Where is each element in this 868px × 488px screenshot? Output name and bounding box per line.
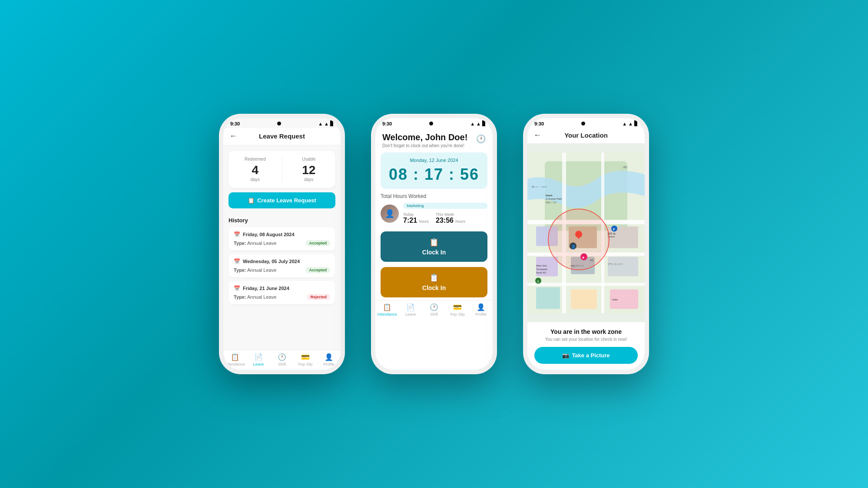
svg-text:Ishise: Ishise: [612, 298, 618, 301]
svg-text:45: 45: [590, 258, 593, 262]
history-title: History: [229, 217, 335, 224]
status-badge-3: Rejected: [307, 294, 330, 300]
payslip-icon-c: 💳: [453, 303, 462, 311]
date-label: Monday, 12 June 2024: [386, 158, 482, 163]
nav-profile[interactable]: 👤 Profile: [317, 353, 341, 366]
clock-out-button[interactable]: 📋 Clock In: [381, 267, 487, 297]
svg-rect-11: [608, 257, 638, 277]
nav-profile-label-c: Profile: [475, 312, 487, 317]
redeemed-label: Redeemed: [229, 157, 282, 162]
svg-text:和泉二丁目: 和泉二丁目: [546, 201, 557, 204]
leave-header: ← Leave Request: [223, 128, 341, 145]
wifi-icon-r: ▲: [628, 121, 633, 126]
history-card-3: 📅 Friday, 21 June 2024 Type: Annual Leav…: [229, 281, 335, 304]
week-value: 23:56: [436, 217, 454, 224]
nav-payslip-c[interactable]: 💳 Pay Slip: [446, 303, 469, 317]
welcome-text: Welcome, John Doe!: [382, 132, 467, 142]
usable-label: Usable: [282, 157, 336, 162]
history-card-1: 📅 Friday, 08 August 2024 Type: Annual Le…: [229, 227, 335, 251]
nav-shift-c[interactable]: 🕐 Shift: [422, 303, 446, 317]
history-card-2: 📅 Wednesday, 05 July 2024 Type: Annual L…: [229, 254, 335, 277]
status-bar-left: 9:30 ▲ ▲ ▊: [223, 118, 341, 128]
map-container[interactable]: Izumi 2-chome Park 和泉二丁目 ECC Ju Chome Ni…: [527, 144, 645, 322]
usable-stat: Usable 12 days: [282, 157, 336, 182]
nav-shift-label-c: Shift: [430, 312, 438, 317]
history-btn[interactable]: 🕐: [476, 134, 486, 144]
signal-icon-c: ▲: [470, 121, 475, 126]
history-type-1: Type: Annual Leave: [234, 241, 276, 246]
history-type-3: Type: Annual Leave: [234, 294, 276, 300]
svg-text:Tsurugaoka: Tsurugaoka: [536, 268, 547, 270]
phone-leave: 9:30 ▲ ▲ ▊ ← Leave Request Redeeme: [219, 114, 345, 374]
time-display: Monday, 12 June 2024 08 : 17 : 56: [381, 152, 487, 189]
svg-text:2-chome Park: 2-chome Park: [546, 198, 562, 200]
nav-leave-c[interactable]: 📄 Leave: [399, 303, 422, 317]
attendance-icon: 📋: [231, 353, 239, 361]
history-type-2: Type: Annual Leave: [234, 267, 276, 273]
usable-unit: days: [282, 177, 336, 182]
redeemed-value: 4: [229, 163, 282, 177]
back-button[interactable]: ←: [229, 132, 237, 141]
avatar-image: 👤: [381, 204, 399, 223]
svg-text:Nihon Univ.: Nihon Univ.: [536, 264, 547, 267]
week-unit: hours: [455, 219, 465, 224]
history-date-3: Friday, 21 June 2024: [243, 286, 289, 291]
status-time-r: 9:30: [534, 121, 544, 126]
battery-icon-r: ▊: [634, 121, 638, 126]
history-date-1: Friday, 08 August 2024: [243, 232, 295, 237]
nav-profile-c[interactable]: 👤 Profile: [469, 303, 493, 317]
svg-text:グランドハイツ: グランドハイツ: [608, 263, 623, 265]
create-leave-label: Create Leave Request: [257, 197, 316, 204]
clock-time: 08 : 17 : 56: [386, 165, 482, 184]
create-leave-button[interactable]: 📋 Create Leave Request: [229, 192, 335, 208]
hours-title: Total Hours Worked: [381, 193, 487, 199]
nav-leave[interactable]: 📄 Leave: [247, 353, 270, 366]
usable-value: 12: [282, 163, 336, 177]
camera-dot-c: [429, 122, 433, 125]
create-leave-icon: 📋: [248, 197, 255, 204]
nav-payslip[interactable]: 💳 Pay Slip: [294, 353, 317, 366]
nav-leave-label: Leave: [253, 362, 264, 366]
camera-dot: [277, 122, 281, 125]
clock-in-label: Clock In: [422, 249, 446, 256]
svg-text:P: P: [613, 228, 615, 231]
shift-icon-c: 🕐: [430, 303, 438, 311]
bottom-nav-center: 📋 Attendance 📄 Leave 🕐 Shift 💳 Pay Slip: [375, 300, 493, 320]
nav-shift[interactable]: 🕐 Shift: [270, 353, 294, 366]
in-zone-sub: You can set your location for check in n…: [534, 337, 638, 342]
nav-attendance-label: Attendance: [225, 362, 245, 366]
clock-in-button[interactable]: 📋 Clock In: [381, 231, 487, 262]
hours-section: Total Hours Worked 👤 Marketing Today 7:2…: [375, 189, 493, 229]
status-badge-2: Accepted: [305, 267, 330, 273]
camera-dot-r: [581, 122, 585, 125]
leave-icon-c: 📄: [406, 303, 415, 311]
svg-text:倒ハイ・ツルヤ: 倒ハイ・ツルヤ: [532, 185, 547, 188]
svg-text:★: ★: [582, 256, 585, 260]
clock-top: Welcome, John Doe! Don't forget to clock…: [375, 128, 493, 152]
history-date-2: Wednesday, 05 July 2024: [243, 259, 300, 264]
location-bottom: You are in the work zone You can set you…: [527, 322, 645, 370]
leave-stats: Redeemed 4 days Usable 12 days: [229, 151, 335, 188]
redeemed-stat: Redeemed 4 days: [229, 157, 282, 182]
svg-rect-6: [527, 283, 645, 286]
battery-icon: ▊: [330, 121, 334, 126]
week-stat: This Week 23:56 hours: [436, 212, 465, 224]
take-picture-button[interactable]: 📷 Take a Picture: [534, 347, 638, 364]
nav-attendance-label-c: Attendance: [377, 312, 397, 317]
map-svg: Izumi 2-chome Park 和泉二丁目 ECC Ju Chome Ni…: [527, 144, 645, 322]
nav-payslip-label-c: Pay Slip: [450, 312, 464, 317]
svg-text:Izumi: Izumi: [546, 194, 553, 197]
wifi-icon: ▲: [324, 121, 329, 126]
svg-rect-15: [571, 290, 597, 309]
nav-attendance-c[interactable]: 📋 Attendance: [375, 303, 399, 317]
history-section: History 📅 Friday, 08 August 2024 Type: A…: [223, 213, 341, 350]
status-bar-center: 9:30 ▲ ▲ ▊: [375, 118, 493, 128]
bottom-nav-left: 📋 Attendance 📄 Leave 🕐 Shift 💳 Pay Slip: [223, 350, 341, 370]
calendar-icon-1: 📅: [234, 231, 240, 237]
svg-text:S: S: [537, 280, 539, 283]
nav-shift-label: Shift: [278, 362, 286, 366]
back-button-r[interactable]: ←: [533, 131, 541, 140]
payslip-icon: 💳: [301, 353, 310, 361]
nav-attendance[interactable]: 📋 Attendance: [223, 353, 247, 366]
profile-icon-c: 👤: [477, 303, 485, 311]
